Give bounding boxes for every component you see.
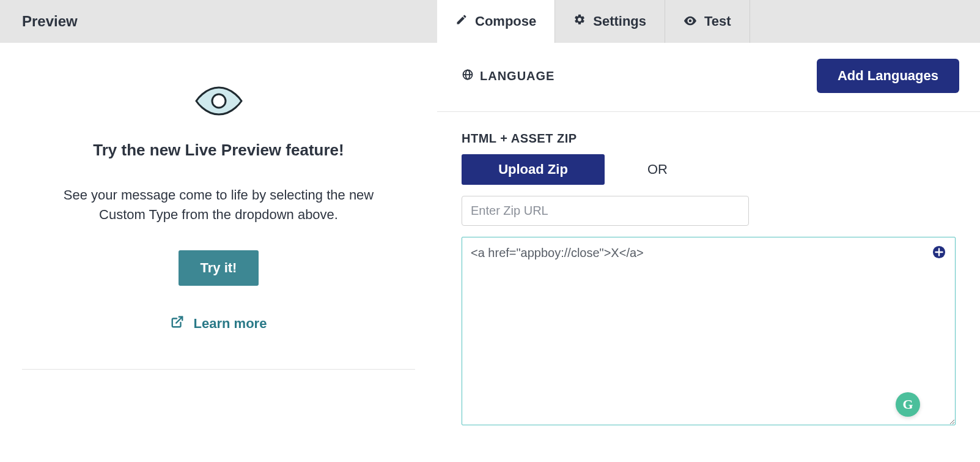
upload-zip-button[interactable]: Upload Zip — [462, 154, 605, 185]
compose-body: HTML + ASSET ZIP Upload Zip OR G — [437, 112, 980, 428]
html-editor-wrap: G — [462, 237, 956, 428]
tab-settings[interactable]: Settings — [555, 0, 665, 43]
tab-bar: Compose Settings Test — [437, 0, 980, 43]
add-snippet-button[interactable] — [932, 245, 946, 259]
pencil-icon — [455, 13, 468, 29]
add-languages-button[interactable]: Add Languages — [817, 59, 959, 93]
language-bar: LANGUAGE Add Languages — [437, 43, 980, 112]
grammarly-glyph: G — [902, 397, 913, 412]
or-label: OR — [647, 162, 668, 177]
svg-point-0 — [212, 94, 226, 108]
eye-icon — [18, 86, 419, 116]
globe-icon — [462, 69, 474, 84]
preview-panel: Preview Try the new Live Preview feature… — [0, 0, 437, 462]
learn-more-link[interactable]: Learn more — [171, 315, 267, 332]
tab-compose-label: Compose — [475, 13, 536, 29]
zip-row: Upload Zip OR — [462, 154, 956, 185]
tab-compose[interactable]: Compose — [437, 0, 555, 43]
grammarly-badge[interactable]: G — [896, 392, 920, 417]
html-asset-zip-label: HTML + ASSET ZIP — [462, 132, 956, 146]
tab-test[interactable]: Test — [665, 0, 750, 43]
compose-panel: Compose Settings Test — [437, 0, 980, 462]
divider — [22, 369, 415, 370]
svg-line-1 — [176, 317, 182, 323]
learn-more-label: Learn more — [194, 316, 267, 332]
eye-small-icon — [683, 13, 697, 29]
try-it-button[interactable]: Try it! — [179, 250, 259, 286]
feature-title: Try the new Live Preview feature! — [18, 141, 419, 160]
preview-title: Preview — [22, 13, 78, 30]
gear-icon — [573, 13, 586, 29]
svg-point-2 — [689, 20, 692, 23]
language-heading: LANGUAGE — [462, 69, 554, 84]
external-link-icon — [171, 315, 184, 332]
tab-settings-label: Settings — [593, 13, 646, 29]
zip-url-input[interactable] — [462, 196, 749, 226]
language-label: LANGUAGE — [480, 69, 554, 83]
feature-description: See your message come to life by selecti… — [45, 185, 393, 225]
html-editor[interactable] — [462, 237, 956, 425]
preview-body: Try the new Live Preview feature! See yo… — [0, 43, 437, 462]
tab-test-label: Test — [704, 13, 731, 29]
preview-header: Preview — [0, 0, 437, 43]
